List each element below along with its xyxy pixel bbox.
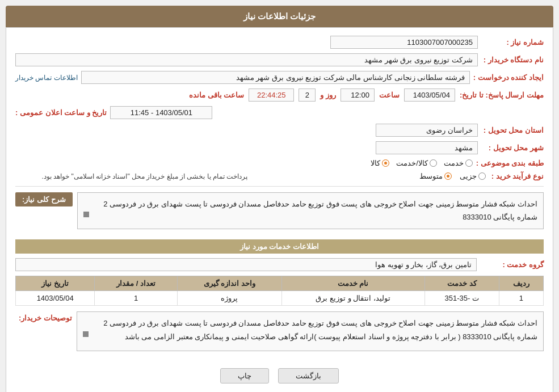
services-section-header: اطلاعات خدمات مورد نیاز bbox=[15, 239, 544, 254]
creator-label: ایجاد کننده درخواست : bbox=[473, 73, 544, 82]
description-box: احداث شبکه فشار متوسط زمینی جهت اصلاح خر… bbox=[77, 192, 544, 229]
city-value: مشهد bbox=[376, 141, 478, 154]
radio-kala-khedmat bbox=[430, 159, 437, 167]
radio-motavasset bbox=[444, 172, 452, 180]
province-label: استان محل تحویل : bbox=[481, 126, 544, 134]
col-qty: تعداد / مقدار bbox=[95, 276, 178, 290]
niaz-value: 1103007007000235 bbox=[330, 36, 478, 49]
back-button[interactable]: بازگشت bbox=[278, 368, 339, 383]
description-section-title: شرح کلی نیاز: bbox=[15, 192, 73, 206]
process-motavasset-label: متوسط bbox=[419, 172, 443, 180]
process-option-jozi[interactable]: جزیی bbox=[460, 172, 486, 180]
deadline-remaining-label: ساعت باقی مانده bbox=[189, 91, 244, 99]
category-kala-label: کالا bbox=[371, 159, 380, 167]
cell-qty: 1 bbox=[95, 290, 178, 305]
col-code: کد خدمت bbox=[424, 276, 499, 290]
category-label: طبقه بندی موضوعی : bbox=[476, 159, 544, 167]
deadline-date: 1403/05/04 bbox=[404, 88, 455, 102]
dasgah-label: نام دستگاه خریدار : bbox=[481, 56, 544, 64]
cell-code: ت -35-351 bbox=[424, 290, 499, 305]
button-row: بازگشت چاپ bbox=[15, 363, 544, 386]
process-jozi-label: جزیی bbox=[460, 172, 477, 180]
resize-handle[interactable] bbox=[83, 212, 89, 217]
deadline-days: 2 bbox=[299, 88, 316, 102]
category-radio-group: خدمت کالا/خدمت کالا bbox=[371, 159, 473, 167]
city-label: شهر محل تحویل : bbox=[481, 144, 544, 152]
services-table: ردیف کد خدمت نام خدمت واحد اندازه گیری ت… bbox=[15, 276, 544, 306]
deadline-time-label: ساعت bbox=[379, 91, 400, 99]
buyer-notes-resize[interactable] bbox=[83, 331, 89, 337]
col-name: نام خدمت bbox=[281, 276, 424, 290]
process-label: نوع فرآیند خرید : bbox=[491, 172, 544, 180]
publish-label: تاریخ و ساعت اعلان عمومی : bbox=[15, 108, 107, 117]
buyer-notes-box: احداث شبکه فشار متوسط زمینی جهت اصلاح خر… bbox=[77, 311, 544, 351]
cell-date: 1403/05/04 bbox=[16, 290, 95, 305]
process-note: پرداخت تمام یا بخشی از مبلغ خریداز محل "… bbox=[15, 172, 247, 180]
dasgah-value: شرکت توزیع نیروی برق شهر مشهد bbox=[15, 53, 478, 66]
description-value: احداث شبکه فشار متوسط زمینی جهت اصلاح خر… bbox=[103, 200, 537, 221]
page-title: جزئیات اطلاعات نیاز bbox=[6, 6, 553, 27]
province-value: خراسان رضوی bbox=[376, 124, 478, 137]
process-options: جزیی متوسط bbox=[253, 172, 485, 180]
cell-unit: پروژه bbox=[177, 290, 281, 305]
table-row: 1 ت -35-351 تولید، انتقال و توزیع برق پر… bbox=[16, 290, 544, 305]
col-unit: واحد اندازه گیری bbox=[177, 276, 281, 290]
category-option-kala[interactable]: کالا bbox=[371, 159, 389, 167]
category-kala-khedmat-label: کالا/خدمت bbox=[396, 159, 428, 167]
deadline-remaining: 22:44:25 bbox=[249, 88, 294, 102]
category-option-khedmat[interactable]: خدمت bbox=[444, 159, 473, 167]
deadline-time: 12:00 bbox=[341, 88, 375, 102]
radio-jozi bbox=[478, 172, 486, 180]
buyer-notes-text: احداث شبکه فشار متوسط زمینی جهت اصلاح خر… bbox=[103, 319, 537, 342]
contact-link[interactable]: اطلاعات تماس خریدار bbox=[15, 74, 78, 82]
radio-khedmat bbox=[465, 159, 473, 167]
process-option-motavasset[interactable]: متوسط bbox=[419, 172, 452, 180]
category-option-kala-khedmat[interactable]: کالا/خدمت bbox=[396, 159, 437, 167]
col-row: ردیف bbox=[499, 276, 543, 290]
radio-kala bbox=[382, 159, 389, 167]
col-date: تاریخ نیاز bbox=[16, 276, 95, 290]
deadline-days-label: روز و bbox=[320, 91, 336, 99]
print-button[interactable]: چاپ bbox=[220, 368, 269, 383]
creator-value: فرشته سلطانی زنجانی کارشناس مالی شرکت تو… bbox=[81, 71, 470, 84]
deadline-label: مهلت ارسال پاسخ: تا تاریخ: bbox=[460, 91, 544, 99]
category-khedmat-label: خدمت bbox=[444, 159, 464, 167]
niaz-label: شماره نیاز : bbox=[481, 38, 544, 47]
group-value: تامین برق، گاز، بخار و تهویه هوا bbox=[15, 258, 477, 271]
publish-value: 1403/05/01 - 11:45 bbox=[110, 106, 212, 119]
buyer-notes-label: توصیحات خریدار: bbox=[15, 311, 72, 322]
cell-name: تولید، انتقال و توزیع برق bbox=[281, 290, 424, 305]
group-label: گروه خدمت : bbox=[481, 260, 544, 269]
cell-row: 1 bbox=[499, 290, 543, 305]
